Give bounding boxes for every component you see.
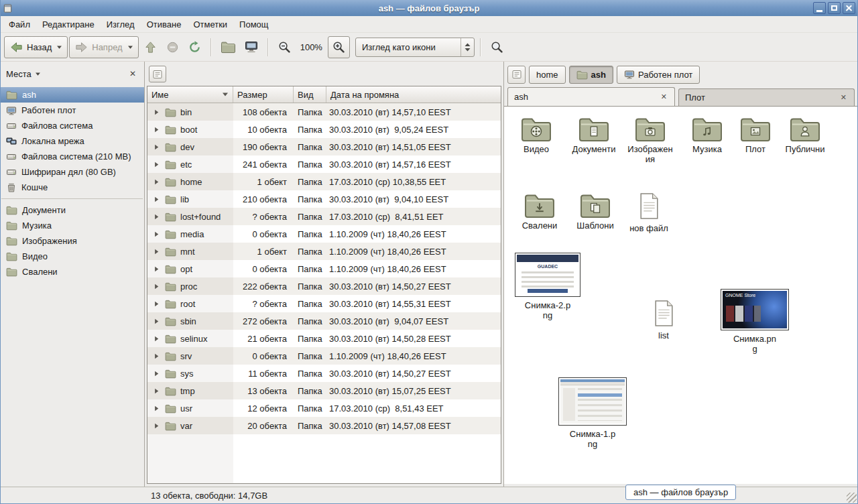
table-row[interactable]: var20 обектаПапка30.03.2010 (вт) 14,57,0… — [147, 417, 501, 434]
file-icon-list[interactable]: list — [648, 300, 680, 341]
spinner-arrows-icon[interactable] — [461, 38, 474, 56]
tree-cell-name[interactable]: lost+found — [147, 208, 233, 225]
file-icon-Публични[interactable]: Публични — [780, 115, 830, 155]
table-row[interactable]: media0 обектаПапка1.10.2009 (чт) 18,40,2… — [147, 225, 501, 243]
back-button[interactable]: Назад — [4, 36, 68, 58]
tree-cell-name[interactable]: sys — [147, 365, 233, 382]
expander-icon[interactable] — [153, 405, 160, 412]
maximize-button[interactable] — [828, 2, 841, 14]
search-button[interactable] — [487, 36, 507, 58]
column-header-date[interactable]: Дата на промяна — [326, 86, 501, 103]
home-button[interactable] — [217, 36, 239, 58]
expander-icon[interactable] — [153, 196, 160, 203]
expander-icon[interactable] — [153, 387, 160, 395]
tree-cell-name[interactable]: selinux — [147, 330, 233, 347]
sidebar-item-Свалени[interactable]: Свалени — [0, 264, 144, 279]
expander-icon[interactable] — [153, 335, 160, 342]
file-icon-Музика[interactable]: Музика — [685, 115, 729, 155]
file-icon-Снимка.png[interactable]: GNOME StoreСнимка.png — [719, 289, 791, 355]
menu-Отметки[interactable]: Отметки — [187, 17, 233, 32]
expander-icon[interactable] — [153, 109, 160, 116]
menu-Помощ[interactable]: Помощ — [233, 17, 274, 32]
table-row[interactable]: opt0 обектаПапка1.10.2009 (чт) 18,40,26 … — [147, 260, 501, 277]
reload-button[interactable] — [184, 36, 205, 58]
sidebar-item-Изображения[interactable]: Изображения — [0, 233, 144, 249]
tree-cell-name[interactable]: tmp — [147, 382, 233, 399]
up-button[interactable] — [140, 36, 161, 58]
minimize-button[interactable] — [813, 2, 826, 14]
expander-icon[interactable] — [153, 213, 160, 220]
view-mode-select[interactable]: Изглед като икони — [355, 38, 475, 57]
file-icon-Документи[interactable]: Документи — [566, 115, 622, 155]
tree-cell-name[interactable]: boot — [147, 121, 233, 138]
table-row[interactable]: home1 обектПапка17.03.2010 (ср) 10,38,55… — [147, 173, 501, 190]
tab-ash[interactable]: ash✕ — [507, 87, 675, 106]
tree-cell-name[interactable]: srv — [147, 347, 233, 365]
table-row[interactable]: tmp13 обектаПапка30.03.2010 (вт) 15,07,2… — [147, 382, 501, 399]
table-row[interactable]: srv0 обектаПапка1.10.2009 (чт) 18,40,26 … — [147, 347, 501, 365]
menu-Файл[interactable]: Файл — [3, 17, 36, 32]
tree-cell-name[interactable]: mnt — [147, 243, 233, 260]
file-icon-Плот[interactable]: Плот — [736, 115, 775, 155]
expander-icon[interactable] — [153, 143, 160, 151]
sidebar-item-Шифриран дял (80 GB)[interactable]: Шифриран дял (80 GB) — [0, 164, 144, 180]
table-row[interactable]: sys11 обектаПапка30.03.2010 (вт) 14,50,2… — [147, 365, 501, 382]
sidebar-item-Работен плот[interactable]: Работен плот — [0, 103, 144, 118]
sidebar-item-Музика[interactable]: Музика — [0, 218, 144, 233]
sidebar-item-Документи[interactable]: Документи — [0, 202, 144, 218]
tree-cell-name[interactable]: var — [147, 417, 233, 434]
back-history-icon[interactable] — [56, 45, 62, 50]
forward-history-icon[interactable] — [127, 45, 133, 50]
chevron-down-icon[interactable] — [35, 72, 41, 76]
table-row[interactable]: sbin272 обектаПапка30.03.2010 (вт) 9,04,… — [147, 312, 501, 330]
expander-icon[interactable] — [153, 265, 160, 273]
tab-close-icon[interactable]: ✕ — [839, 93, 848, 102]
expander-icon[interactable] — [153, 161, 160, 168]
tree-cell-name[interactable]: usr — [147, 399, 233, 417]
stop-button[interactable] — [162, 36, 183, 58]
tree-cell-name[interactable]: proc — [147, 277, 233, 295]
tree-cell-name[interactable]: bin — [147, 103, 233, 121]
sidebar-item-ash[interactable]: ash — [0, 87, 144, 103]
tree-cell-name[interactable]: media — [147, 225, 233, 243]
file-icon-Свалени[interactable]: Свалени — [515, 191, 564, 231]
sidebar-title[interactable]: Места — [6, 69, 32, 79]
zoom-in-button[interactable] — [328, 36, 350, 58]
column-header-type[interactable]: Вид — [294, 86, 326, 103]
expander-icon[interactable] — [153, 126, 160, 133]
menu-Изглед[interactable]: Изглед — [101, 17, 141, 32]
menu-Отиване[interactable]: Отиване — [141, 17, 188, 32]
table-row[interactable]: boot10 обектаПапка30.03.2010 (вт) 9,05,2… — [147, 121, 501, 138]
file-icon-Снимка-2.png[interactable]: GUADECСнимка-2.png — [512, 253, 583, 321]
file-icon-Снимка-1.png[interactable]: Снимка-1.png — [556, 377, 629, 450]
tree-cell-name[interactable]: root — [147, 295, 233, 312]
table-row[interactable]: lib210 обектаПапка30.03.2010 (вт) 9,04,1… — [147, 190, 501, 208]
path-button-Работен плот[interactable]: Работен плот — [617, 66, 700, 84]
expander-icon[interactable] — [153, 231, 160, 238]
table-row[interactable]: mnt1 обектПапка1.10.2009 (чт) 18,40,26 E… — [147, 243, 501, 260]
close-button[interactable] — [843, 2, 855, 14]
table-row[interactable]: dev190 обектаПапка30.03.2010 (вт) 14,51,… — [147, 138, 501, 155]
sidebar-item-Локална мрежа[interactable]: Локална мрежа — [0, 133, 144, 149]
table-row[interactable]: etc241 обектаПапка30.03.2010 (вт) 14,57,… — [147, 155, 501, 173]
tab-Плот[interactable]: Плот✕ — [678, 88, 855, 106]
table-row[interactable]: bin108 обектаПапка30.03.2010 (вт) 14,57,… — [147, 103, 501, 121]
sidebar-item-Файлова система (210 MB)[interactable]: Файлова система (210 MB) — [0, 149, 144, 164]
computer-button[interactable] — [241, 36, 262, 58]
expander-icon[interactable] — [153, 318, 160, 325]
column-header-size[interactable]: Размер — [233, 86, 294, 103]
sidebar-item-Видео[interactable]: Видео — [0, 249, 144, 264]
titlebar[interactable]: ash — файлов браузър — [0, 0, 858, 16]
location-toggle-button[interactable] — [149, 66, 166, 82]
table-row[interactable]: usr12 обектаПапка17.03.2010 (ср) 8,51,43… — [147, 399, 501, 417]
sidebar-item-Кошче[interactable]: Кошче — [0, 180, 144, 195]
tree-cell-name[interactable]: dev — [147, 138, 233, 155]
tree-cell-name[interactable]: opt — [147, 260, 233, 277]
path-button-home[interactable]: home — [529, 66, 566, 84]
pane-divider[interactable] — [144, 62, 145, 487]
sidebar-close-icon[interactable]: ✕ — [127, 68, 138, 79]
table-row[interactable]: proc222 обектаПапка30.03.2010 (вт) 14,50… — [147, 277, 501, 295]
expander-icon[interactable] — [153, 353, 160, 360]
expander-icon[interactable] — [153, 283, 160, 290]
table-row[interactable]: lost+found? обектаПапка17.03.2010 (ср) 8… — [147, 208, 501, 225]
